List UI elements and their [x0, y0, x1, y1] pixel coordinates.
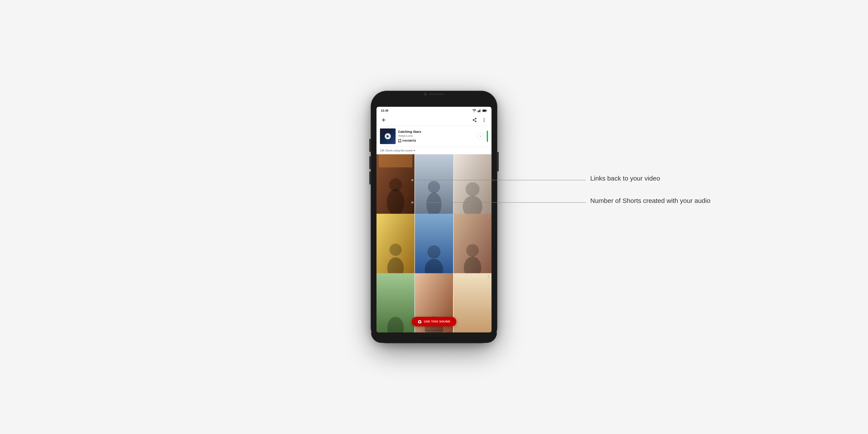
video-thumb-5 — [415, 214, 453, 281]
video-grid: 534 views 292 views — [376, 154, 492, 333]
play-button[interactable] — [385, 133, 391, 139]
screen-content: 12:30 — [376, 107, 492, 333]
home-indicator-bar — [421, 338, 447, 339]
video-cell-7[interactable] — [376, 273, 414, 332]
video-thumb-3 — [454, 154, 492, 222]
sound-chevron-button[interactable] — [477, 133, 484, 140]
favorite-label: FAVORITE — [403, 139, 416, 142]
back-arrow-icon — [381, 118, 386, 122]
video-more-6[interactable]: ⋮ — [487, 215, 490, 219]
svg-rect-1 — [479, 110, 479, 112]
nav-bar — [376, 115, 492, 126]
svg-rect-6 — [483, 110, 486, 111]
favorite-button[interactable]: FAVORITE — [398, 139, 474, 143]
video-cell-9[interactable]: ⋮ — [454, 273, 492, 332]
shorts-count-bar: 19K Shorts using this sound — [376, 147, 492, 154]
bookmark-icon — [398, 139, 401, 143]
svg-point-12 — [387, 189, 404, 215]
svg-point-7 — [484, 118, 485, 119]
status-bar: 12:30 — [376, 107, 492, 115]
annotation-links-back: Links back to your video — [590, 175, 660, 182]
sound-thumbnail — [380, 128, 396, 144]
video-thumb-7 — [376, 273, 414, 332]
svg-point-28 — [428, 245, 440, 258]
video-more-9[interactable]: ⋮ — [487, 275, 490, 278]
shorts-count-dot — [413, 150, 415, 151]
share-icon — [472, 118, 477, 122]
video-cell-1[interactable]: 534 views — [376, 154, 414, 222]
play-triangle-icon — [387, 135, 389, 138]
svg-point-22 — [465, 182, 479, 196]
video-cell-5[interactable]: ⋮ 2K views — [415, 214, 453, 281]
video-thumb-4 — [376, 214, 414, 281]
svg-point-8 — [484, 120, 485, 120]
wifi-icon — [472, 109, 476, 112]
camera-icon — [418, 320, 422, 323]
notch-area — [371, 91, 497, 107]
status-time: 12:30 — [381, 109, 389, 112]
svg-point-18 — [428, 181, 440, 193]
video-cell-6[interactable]: ⋮ 1.2K views — [454, 214, 492, 281]
sound-title: Catching Stars — [398, 130, 474, 133]
svg-point-13 — [389, 178, 402, 191]
green-indicator — [487, 131, 488, 142]
video-thumb-2 — [415, 154, 453, 222]
status-icons — [472, 109, 487, 112]
svg-point-25 — [390, 244, 402, 256]
video-cell-2[interactable]: 292 views — [415, 154, 453, 222]
share-button[interactable] — [471, 116, 478, 124]
video-grid-wrapper: 534 views 292 views — [376, 154, 492, 333]
svg-rect-14 — [379, 154, 412, 167]
svg-rect-2 — [479, 110, 480, 112]
sound-card: Catching Stars Areya Luna FAVORITE — [376, 126, 492, 147]
signal-icon — [477, 109, 481, 112]
svg-rect-36 — [454, 273, 492, 332]
chevron-right-icon — [479, 135, 482, 138]
phone-shell: 12:30 — [371, 91, 497, 343]
battery-icon — [483, 110, 487, 112]
use-this-sound-button[interactable]: USE THIS SOUND — [412, 317, 456, 327]
video-more-4[interactable]: ⋮ — [410, 215, 413, 219]
scene: 12:30 — [0, 0, 868, 434]
svg-point-17 — [426, 192, 442, 217]
video-thumb-9 — [454, 273, 492, 332]
nav-actions — [471, 116, 488, 124]
use-sound-label: USE THIS SOUND — [424, 320, 450, 323]
svg-rect-5 — [487, 110, 487, 111]
sound-info: Catching Stars Areya Luna FAVORITE — [398, 130, 474, 143]
svg-point-9 — [484, 121, 485, 122]
notch — [414, 91, 454, 97]
sound-artist: Areya Luna — [398, 134, 474, 137]
svg-point-31 — [466, 244, 479, 257]
front-camera — [424, 93, 427, 96]
video-thumb-6 — [454, 214, 492, 281]
speaker — [429, 94, 444, 95]
video-cell-3[interactable]: 342 views — [454, 154, 492, 222]
video-more-5[interactable]: ⋮ — [448, 215, 452, 219]
svg-rect-3 — [480, 109, 481, 112]
use-sound-bar: USE THIS SOUND — [412, 317, 456, 327]
home-indicator — [423, 330, 445, 331]
phone-screen: 12:30 — [376, 107, 492, 333]
annotation-shorts-count: Number of Shorts created with your audio — [590, 197, 710, 205]
more-button[interactable] — [480, 116, 488, 124]
more-vert-icon — [482, 118, 487, 122]
shorts-count-text: 19K Shorts using this sound — [380, 149, 412, 152]
video-cell-4[interactable]: ⋮ 283 views — [376, 214, 414, 281]
svg-rect-0 — [477, 111, 478, 112]
phone-bottom — [371, 333, 497, 343]
back-button[interactable] — [380, 116, 388, 124]
video-thumb-1 — [376, 154, 414, 222]
